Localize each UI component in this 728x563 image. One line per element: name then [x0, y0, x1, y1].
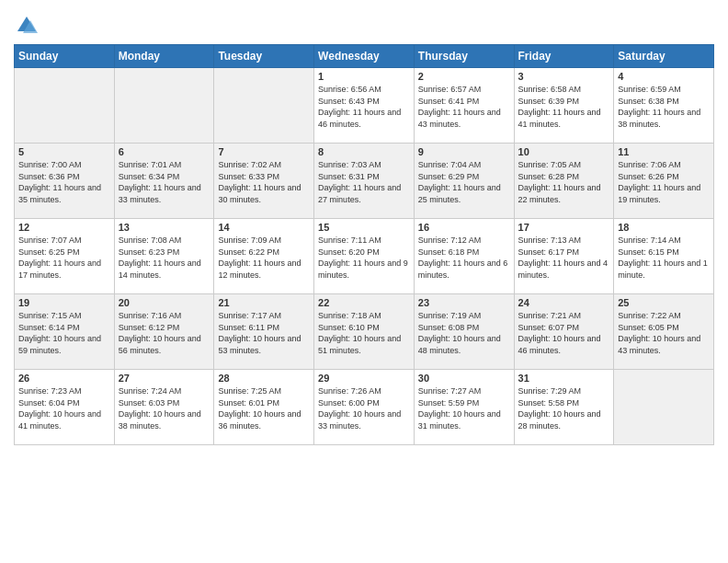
day-number: 14 — [218, 222, 310, 233]
day-info: Sunrise: 7:16 AM Sunset: 6:12 PM Dayligh… — [119, 310, 210, 356]
day-info: Sunrise: 6:57 AM Sunset: 6:41 PM Dayligh… — [418, 84, 510, 130]
day-number: 2 — [418, 71, 510, 82]
day-info: Sunrise: 7:18 AM Sunset: 6:10 PM Dayligh… — [318, 310, 410, 356]
day-info: Sunrise: 6:58 AM Sunset: 6:39 PM Dayligh… — [518, 84, 610, 130]
calendar-cell: 26Sunrise: 7:23 AM Sunset: 6:04 PM Dayli… — [15, 370, 115, 445]
logo — [14, 13, 43, 39]
day-info: Sunrise: 7:21 AM Sunset: 6:07 PM Dayligh… — [518, 310, 610, 356]
day-info: Sunrise: 7:05 AM Sunset: 6:28 PM Dayligh… — [518, 159, 610, 205]
day-info: Sunrise: 7:22 AM Sunset: 6:05 PM Dayligh… — [618, 310, 710, 356]
col-header-tuesday: Tuesday — [214, 45, 314, 68]
col-header-friday: Friday — [514, 45, 614, 68]
day-info: Sunrise: 7:02 AM Sunset: 6:33 PM Dayligh… — [218, 159, 310, 205]
calendar-cell: 19Sunrise: 7:15 AM Sunset: 6:14 PM Dayli… — [15, 294, 115, 370]
day-number: 8 — [318, 146, 410, 157]
day-info: Sunrise: 7:27 AM Sunset: 5:59 PM Dayligh… — [418, 385, 510, 431]
header — [14, 9, 714, 39]
calendar-week-2: 5Sunrise: 7:00 AM Sunset: 6:36 PM Daylig… — [15, 144, 714, 219]
day-number: 3 — [518, 71, 610, 82]
calendar-cell — [214, 68, 314, 144]
calendar-cell: 25Sunrise: 7:22 AM Sunset: 6:05 PM Dayli… — [614, 294, 714, 370]
day-info: Sunrise: 7:26 AM Sunset: 6:00 PM Dayligh… — [318, 385, 410, 431]
day-info: Sunrise: 7:00 AM Sunset: 6:36 PM Dayligh… — [18, 159, 110, 205]
calendar-cell: 20Sunrise: 7:16 AM Sunset: 6:12 PM Dayli… — [114, 294, 214, 370]
day-info: Sunrise: 7:17 AM Sunset: 6:11 PM Dayligh… — [218, 310, 310, 356]
day-number: 15 — [318, 222, 410, 233]
calendar-week-4: 19Sunrise: 7:15 AM Sunset: 6:14 PM Dayli… — [15, 294, 714, 370]
calendar-cell: 2Sunrise: 6:57 AM Sunset: 6:41 PM Daylig… — [414, 68, 514, 144]
day-info: Sunrise: 7:23 AM Sunset: 6:04 PM Dayligh… — [18, 385, 110, 431]
calendar-week-5: 26Sunrise: 7:23 AM Sunset: 6:04 PM Dayli… — [15, 370, 714, 445]
calendar-table: SundayMondayTuesdayWednesdayThursdayFrid… — [14, 44, 714, 445]
day-info: Sunrise: 7:08 AM Sunset: 6:23 PM Dayligh… — [119, 235, 210, 281]
calendar-cell: 10Sunrise: 7:05 AM Sunset: 6:28 PM Dayli… — [514, 144, 614, 219]
calendar-cell: 12Sunrise: 7:07 AM Sunset: 6:25 PM Dayli… — [15, 219, 115, 294]
day-number: 19 — [18, 297, 110, 308]
day-info: Sunrise: 7:03 AM Sunset: 6:31 PM Dayligh… — [318, 159, 410, 205]
calendar-cell: 29Sunrise: 7:26 AM Sunset: 6:00 PM Dayli… — [314, 370, 415, 445]
day-number: 30 — [418, 373, 510, 384]
day-number: 16 — [418, 222, 510, 233]
calendar-cell: 24Sunrise: 7:21 AM Sunset: 6:07 PM Dayli… — [514, 294, 614, 370]
col-header-monday: Monday — [114, 45, 214, 68]
calendar-cell: 17Sunrise: 7:13 AM Sunset: 6:17 PM Dayli… — [514, 219, 614, 294]
day-info: Sunrise: 6:59 AM Sunset: 6:38 PM Dayligh… — [618, 84, 710, 130]
calendar-cell: 22Sunrise: 7:18 AM Sunset: 6:10 PM Dayli… — [314, 294, 415, 370]
calendar-cell: 21Sunrise: 7:17 AM Sunset: 6:11 PM Dayli… — [214, 294, 314, 370]
calendar-cell: 23Sunrise: 7:19 AM Sunset: 6:08 PM Dayli… — [414, 294, 514, 370]
day-number: 24 — [518, 297, 610, 308]
day-info: Sunrise: 7:14 AM Sunset: 6:15 PM Dayligh… — [618, 235, 710, 281]
calendar-cell: 15Sunrise: 7:11 AM Sunset: 6:20 PM Dayli… — [314, 219, 415, 294]
calendar-header-row: SundayMondayTuesdayWednesdayThursdayFrid… — [15, 45, 714, 68]
calendar-cell: 3Sunrise: 6:58 AM Sunset: 6:39 PM Daylig… — [514, 68, 614, 144]
day-info: Sunrise: 7:12 AM Sunset: 6:18 PM Dayligh… — [418, 235, 510, 281]
calendar-cell: 7Sunrise: 7:02 AM Sunset: 6:33 PM Daylig… — [214, 144, 314, 219]
day-number: 4 — [618, 71, 710, 82]
day-number: 23 — [418, 297, 510, 308]
calendar-cell: 1Sunrise: 6:56 AM Sunset: 6:43 PM Daylig… — [314, 68, 415, 144]
calendar-cell: 18Sunrise: 7:14 AM Sunset: 6:15 PM Dayli… — [614, 219, 714, 294]
day-number: 27 — [119, 373, 210, 384]
calendar-cell: 9Sunrise: 7:04 AM Sunset: 6:29 PM Daylig… — [414, 144, 514, 219]
day-number: 25 — [618, 297, 710, 308]
day-info: Sunrise: 7:07 AM Sunset: 6:25 PM Dayligh… — [18, 235, 110, 281]
day-number: 9 — [418, 146, 510, 157]
day-number: 22 — [318, 297, 410, 308]
day-info: Sunrise: 7:15 AM Sunset: 6:14 PM Dayligh… — [18, 310, 110, 356]
col-header-sunday: Sunday — [15, 45, 115, 68]
day-number: 26 — [18, 373, 110, 384]
calendar-cell: 14Sunrise: 7:09 AM Sunset: 6:22 PM Dayli… — [214, 219, 314, 294]
day-number: 17 — [518, 222, 610, 233]
day-number: 12 — [18, 222, 110, 233]
day-number: 28 — [218, 373, 310, 384]
day-info: Sunrise: 7:19 AM Sunset: 6:08 PM Dayligh… — [418, 310, 510, 356]
calendar-cell: 28Sunrise: 7:25 AM Sunset: 6:01 PM Dayli… — [214, 370, 314, 445]
day-number: 1 — [318, 71, 410, 82]
day-number: 11 — [618, 146, 710, 157]
day-info: Sunrise: 7:25 AM Sunset: 6:01 PM Dayligh… — [218, 385, 310, 431]
day-number: 21 — [218, 297, 310, 308]
logo-icon — [14, 13, 40, 39]
col-header-saturday: Saturday — [614, 45, 714, 68]
calendar-cell: 30Sunrise: 7:27 AM Sunset: 5:59 PM Dayli… — [414, 370, 514, 445]
day-info: Sunrise: 7:01 AM Sunset: 6:34 PM Dayligh… — [119, 159, 210, 205]
day-info: Sunrise: 7:11 AM Sunset: 6:20 PM Dayligh… — [318, 235, 410, 281]
day-number: 10 — [518, 146, 610, 157]
day-number: 29 — [318, 373, 410, 384]
day-info: Sunrise: 6:56 AM Sunset: 6:43 PM Dayligh… — [318, 84, 410, 130]
day-number: 7 — [218, 146, 310, 157]
calendar-week-1: 1Sunrise: 6:56 AM Sunset: 6:43 PM Daylig… — [15, 68, 714, 144]
day-number: 6 — [119, 146, 210, 157]
day-info: Sunrise: 7:06 AM Sunset: 6:26 PM Dayligh… — [618, 159, 710, 205]
calendar-cell: 27Sunrise: 7:24 AM Sunset: 6:03 PM Dayli… — [114, 370, 214, 445]
day-info: Sunrise: 7:24 AM Sunset: 6:03 PM Dayligh… — [119, 385, 210, 431]
day-number: 18 — [618, 222, 710, 233]
day-info: Sunrise: 7:13 AM Sunset: 6:17 PM Dayligh… — [518, 235, 610, 281]
day-number: 13 — [119, 222, 210, 233]
page: SundayMondayTuesdayWednesdayThursdayFrid… — [0, 0, 728, 563]
calendar-cell: 4Sunrise: 6:59 AM Sunset: 6:38 PM Daylig… — [614, 68, 714, 144]
calendar-cell — [15, 68, 115, 144]
calendar-week-3: 12Sunrise: 7:07 AM Sunset: 6:25 PM Dayli… — [15, 219, 714, 294]
day-info: Sunrise: 7:29 AM Sunset: 5:58 PM Dayligh… — [518, 385, 610, 431]
day-info: Sunrise: 7:04 AM Sunset: 6:29 PM Dayligh… — [418, 159, 510, 205]
